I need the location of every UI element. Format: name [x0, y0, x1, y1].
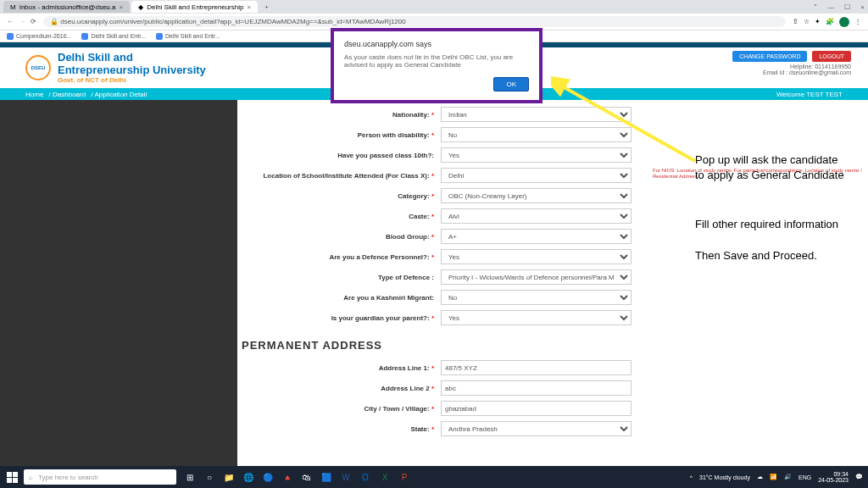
alert-modal: dseu.ucanapply.com says As your caste do…: [331, 28, 542, 103]
nav-dashboard[interactable]: Dashboard: [53, 91, 86, 98]
star-icon[interactable]: ☆: [804, 18, 810, 25]
logout-button[interactable]: LOGOUT: [812, 51, 851, 62]
windows-taskbar: ⌕Type here to search ⊞ ○ 📁 🌐 🔵 🔺 🛍 🟦 W O…: [0, 466, 868, 488]
svg-line-0: [559, 85, 695, 161]
school-loc-label: Location of School/Institute Attended (F…: [254, 172, 441, 180]
annotation-3: Then Save and Proceed.: [695, 248, 848, 263]
helpline-text: Helpline: 01141169950: [732, 64, 851, 69]
reload-icon[interactable]: ⟳: [31, 18, 36, 25]
caste-select[interactable]: Alvi: [441, 208, 632, 224]
outlook-icon[interactable]: O: [357, 469, 374, 485]
close-window-icon[interactable]: ×: [860, 3, 865, 11]
defence-label: Are you a Defence Personnel?: *: [254, 253, 441, 261]
browser-tab-2[interactable]: ◆ Delhi Skill and Entrepreneurship ×: [131, 1, 258, 13]
chrome-icon[interactable]: 🔵: [259, 469, 276, 485]
maximize-icon[interactable]: ☐: [844, 3, 850, 11]
nav-home[interactable]: Home: [25, 91, 43, 98]
extension-icon[interactable]: ✦: [815, 18, 821, 25]
email-text: Email Id : dseuonline@gmail.com: [732, 69, 851, 75]
page-icon: ◆: [138, 3, 143, 11]
guardian-select[interactable]: Yes: [441, 310, 632, 325]
bookmark-icon: [81, 33, 88, 40]
weather-widget[interactable]: 31°C Mostly cloudy: [699, 474, 750, 480]
category-label: Category: *: [254, 192, 441, 200]
mail-icon: M: [10, 3, 16, 11]
nav-detail: Application Detail: [94, 91, 147, 98]
minimize-icon[interactable]: —: [827, 3, 834, 11]
university-name: Delhi Skill andEntrepreneurship Universi…: [58, 52, 206, 76]
addr2-input[interactable]: [441, 380, 632, 396]
excel-icon[interactable]: X: [376, 469, 393, 485]
bookmark-icon: [156, 33, 163, 40]
new-tab-button[interactable]: +: [259, 3, 274, 11]
addr1-input[interactable]: [441, 360, 632, 375]
puzzle-icon[interactable]: 🧩: [826, 18, 834, 25]
kashmiri-select[interactable]: No: [441, 290, 632, 305]
menu-icon[interactable]: ⋮: [854, 18, 861, 25]
guardian-label: Is your guardian your parent?: *: [254, 314, 441, 322]
def-type-select[interactable]: Priority I - Widows/Wards of Defence per…: [441, 269, 632, 285]
browser-tab-1[interactable]: M Inbox - admissionoffice@dseu.a ×: [3, 1, 130, 13]
clock[interactable]: 09:3424-05-2023: [818, 471, 849, 483]
bookmark-icon: [7, 33, 14, 40]
chevron-down-icon[interactable]: ˅: [814, 3, 817, 11]
word-icon[interactable]: W: [337, 469, 354, 485]
share-icon[interactable]: ⇧: [793, 18, 798, 25]
powerpoint-icon[interactable]: P: [396, 469, 413, 485]
cortana-icon[interactable]: ○: [201, 469, 218, 485]
blood-label: Blood Group: *: [254, 233, 441, 241]
modal-title: dseu.ucanapply.com says: [344, 40, 529, 48]
notifications-icon[interactable]: 💬: [855, 474, 863, 480]
edge-icon[interactable]: 🌐: [240, 469, 257, 485]
state-select[interactable]: Andhra Pradesh: [441, 421, 632, 436]
store-icon[interactable]: 🛍: [298, 469, 315, 485]
bookmark-item[interactable]: Compendium-2016...: [7, 33, 71, 40]
profile-avatar[interactable]: [839, 17, 849, 27]
dseu-logo: DSEU: [25, 55, 51, 80]
explorer-icon[interactable]: 📁: [220, 469, 237, 485]
url-input[interactable]: 🔒 dseu.ucanapply.com/univer/public/appli…: [43, 16, 786, 27]
wifi-icon[interactable]: 📶: [770, 474, 777, 480]
close-icon[interactable]: ×: [119, 3, 123, 11]
volume-icon[interactable]: 🔊: [784, 474, 792, 480]
ok-button[interactable]: OK: [493, 77, 529, 92]
bookmark-item[interactable]: Delhi Skill and Entr...: [81, 33, 146, 40]
blood-select[interactable]: A+: [441, 229, 632, 244]
caste-label: Caste: *: [254, 213, 441, 220]
browser-tabs-bar: M Inbox - admissionoffice@dseu.a × ◆ Del…: [0, 0, 868, 14]
welcome-text: Welcome TEST TEST: [776, 91, 843, 98]
addr2-label: Address Line 2 *: [254, 385, 441, 392]
city-label: City / Town / Village: *: [254, 405, 441, 413]
language-indicator[interactable]: ENG: [798, 474, 811, 480]
annotations: Pop up will ask the candidate to apply a…: [695, 152, 848, 263]
annotation-2: Fill other required information: [695, 217, 848, 232]
vlc-icon[interactable]: 🔺: [279, 469, 296, 485]
city-input[interactable]: [441, 401, 632, 416]
close-icon[interactable]: ×: [247, 3, 251, 11]
bookmark-item[interactable]: Delhi Skill and Entr...: [156, 33, 220, 40]
govt-text: Govt. of NCT of Delhi: [58, 76, 206, 84]
category-select[interactable]: OBC (Non-Creamy Layer): [441, 188, 632, 203]
annotation-1: Pop up will ask the candidate to apply a…: [695, 152, 848, 183]
addr1-label: Address Line 1: *: [254, 364, 441, 372]
disability-label: Person with disability: *: [254, 131, 441, 139]
taskbar-search[interactable]: ⌕Type here to search: [24, 469, 176, 485]
search-icon: ⌕: [29, 474, 33, 481]
app-icon[interactable]: 🟦: [318, 469, 335, 485]
lock-icon: 🔒: [50, 18, 58, 25]
change-password-button[interactable]: CHANGE PASSWORD: [732, 51, 807, 62]
state-label: State: *: [254, 425, 441, 433]
task-view-icon[interactable]: ⊞: [181, 469, 198, 485]
back-icon[interactable]: ←: [7, 18, 14, 25]
annotation-arrow-icon: [551, 76, 704, 169]
school-loc-select[interactable]: Delhi: [441, 168, 632, 183]
class10-label: Have you passed class 10th?:: [254, 152, 441, 159]
overflow-icon[interactable]: ^: [690, 474, 693, 480]
forward-icon[interactable]: →: [19, 18, 25, 25]
defence-select[interactable]: Yes: [441, 249, 632, 264]
start-button[interactable]: [5, 470, 19, 484]
onedrive-icon[interactable]: ☁: [757, 474, 763, 480]
kashmiri-label: Are you a Kashmiri Migrant:: [254, 294, 441, 302]
sidebar: [0, 100, 237, 466]
def-type-label: Type of Defence :: [254, 274, 441, 281]
